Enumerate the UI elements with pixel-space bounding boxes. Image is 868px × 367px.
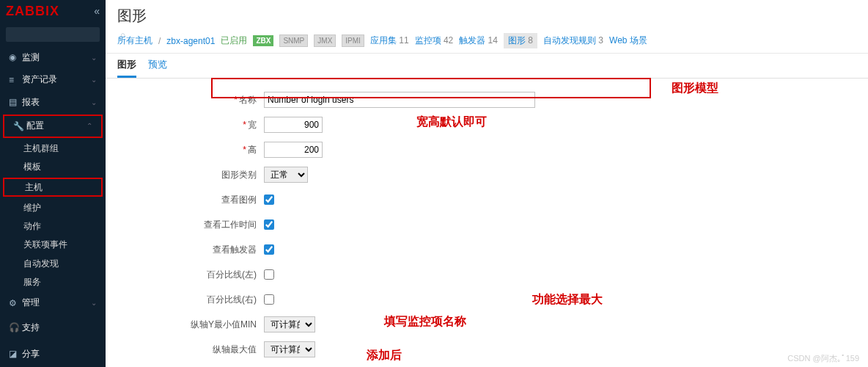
sub-hostgroup[interactable]: 主机群组 [0, 139, 106, 158]
width-input[interactable] [264, 117, 323, 133]
bc-sep: / [158, 36, 161, 46]
sub-service[interactable]: 服务 [0, 273, 106, 291]
chevron-up-icon: ⌃ [87, 122, 92, 130]
type-select[interactable]: 正常 [264, 167, 308, 183]
pleft-checkbox[interactable] [264, 269, 274, 280]
nav-support[interactable]: 🎧支持 [0, 314, 106, 341]
chevron-down-icon: ⌄ [91, 76, 97, 84]
ipmi-badge: IPMI [342, 34, 364, 47]
search[interactable]: ⌕ [6, 27, 100, 42]
name-input[interactable] [264, 92, 535, 108]
nav-monitor-label: 监测 [22, 51, 40, 64]
page-title: 图形 [106, 0, 868, 29]
gear-icon: ⚙ [9, 298, 22, 308]
chevron-down-icon: ⌄ [91, 54, 97, 62]
name-label: 名称 [239, 95, 257, 105]
breadcrumb: 所有主机 / zbx-agent01 已启用 ZBXSNMPJMXIPMI 应用… [106, 29, 868, 54]
pright-label: 百分比线(右) [117, 294, 264, 306]
list-icon: ≡ [9, 75, 22, 85]
share-icon: ◪ [9, 349, 22, 359]
wrench-icon: 🔧 [13, 121, 26, 131]
bc-all-hosts[interactable]: 所有主机 [117, 34, 152, 47]
bc-apps[interactable]: 应用集 11 [370, 34, 409, 47]
ymin-select[interactable]: 可计算的 [264, 316, 315, 333]
worktime-label: 查看工作时间 [117, 219, 264, 231]
collapse-icon[interactable]: « [94, 5, 100, 17]
search-input[interactable] [10, 29, 120, 40]
sub-discovery[interactable]: 自动发现 [0, 255, 106, 273]
nav-admin-label: 管理 [22, 297, 40, 309]
legend-checkbox[interactable] [264, 195, 274, 205]
nav-support-label: 支持 [22, 321, 40, 334]
sub-action[interactable]: 动作 [0, 217, 106, 236]
nav-share[interactable]: ◪分享 [0, 341, 106, 367]
nav-monitor[interactable]: ◉监测⌄ [0, 46, 106, 69]
ymax-select[interactable]: 可计算的 [264, 341, 315, 357]
pleft-label: 百分比线(左) [117, 269, 264, 281]
nav-share-label: 分享 [22, 348, 40, 360]
doc-icon: ▤ [9, 97, 22, 107]
nav-admin[interactable]: ⚙管理⌄ [0, 292, 106, 315]
trigger-checkbox[interactable] [264, 244, 274, 255]
chevron-down-icon: ⌄ [91, 299, 97, 307]
enabled-badge: 已启用 [221, 34, 247, 47]
trigger-label: 查看触发器 [117, 244, 264, 256]
bc-triggers[interactable]: 触发器 14 [459, 34, 498, 47]
ymax-label: 纵轴最大值 [117, 344, 264, 356]
worktime-checkbox[interactable] [264, 219, 274, 230]
sub-template[interactable]: 模板 [0, 158, 106, 176]
height-input[interactable] [264, 142, 323, 158]
bc-host[interactable]: zbx-agent01 [166, 36, 215, 46]
legend-label: 查看图例 [117, 194, 264, 206]
sub-maint[interactable]: 维护 [0, 198, 106, 217]
bc-items[interactable]: 监控项 42 [415, 34, 454, 47]
type-label: 图形类别 [117, 169, 264, 181]
width-label: 宽 [248, 120, 257, 130]
jmx-badge: JMX [314, 34, 336, 47]
height-label: 高 [248, 145, 257, 155]
nav-asset-label: 资产记录 [22, 73, 57, 86]
headset-icon: 🎧 [9, 322, 22, 333]
nav-asset[interactable]: ≡资产记录⌄ [0, 68, 106, 91]
logo: ZABBIX [6, 4, 59, 19]
ymin-label: 纵轴Y最小值MIN [117, 319, 264, 331]
watermark: CSDN @阿杰｡ﾟ159 [787, 353, 859, 364]
nav-report[interactable]: ▤报表⌄ [0, 91, 106, 114]
bc-graphs[interactable]: 图形 8 [504, 33, 537, 48]
bc-discovery[interactable]: 自动发现规则 3 [543, 34, 603, 47]
zbx-badge: ZBX [253, 35, 273, 46]
bc-web[interactable]: Web 场景 [609, 34, 647, 47]
nav-config-label: 配置 [26, 120, 44, 132]
sub-corr[interactable]: 关联项事件 [0, 236, 106, 254]
snmp-badge: SNMP [279, 34, 308, 47]
pright-checkbox[interactable] [264, 294, 274, 305]
tab-graph[interactable]: 图形 [117, 58, 136, 78]
sub-host[interactable]: 主机 [3, 178, 103, 197]
nav-config[interactable]: 🔧配置⌃ [3, 115, 103, 137]
eye-icon: ◉ [9, 52, 22, 62]
tab-preview[interactable]: 预览 [148, 58, 167, 78]
nav-report-label: 报表 [22, 96, 40, 109]
chevron-down-icon: ⌄ [91, 98, 97, 106]
